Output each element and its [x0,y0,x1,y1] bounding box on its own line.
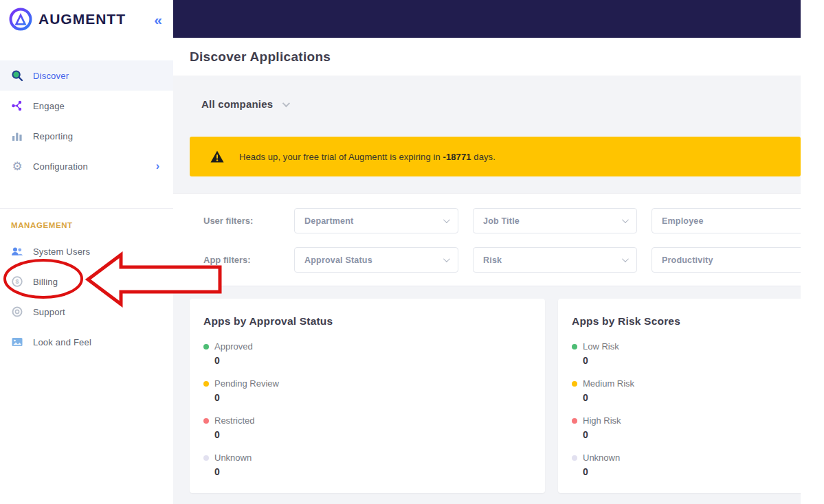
status-dot [203,344,209,350]
billing-icon: $ [11,275,23,288]
legend-label: Pending Review [214,378,279,389]
trial-warning-banner: Heads up, your free trial of Augmentt is… [190,137,801,176]
dropdown-placeholder: Employee [662,216,704,226]
sidebar-collapse-button[interactable]: « [150,11,166,28]
nav-label-discover: Discover [33,71,69,81]
risk-scores-card: Apps by Risk Scores Low Risk 0 Medium Ri… [558,299,801,493]
sidebar-item-system-users[interactable]: System Users [0,236,173,266]
sidebar-item-configuration[interactable]: ⚙ Configuration › [0,151,173,181]
nav-label-reporting: Reporting [33,131,73,141]
status-dot [572,455,577,461]
management-section-label: MANAGEMENT [0,221,173,229]
legend-item-unknown: Unknown 0 [572,453,801,477]
chevron-down-icon [443,216,450,223]
productivity-dropdown[interactable]: Productivity [652,247,801,273]
legend-label: Low Risk [583,341,619,352]
chevron-down-icon [622,255,629,262]
augmentt-logo-icon [8,7,33,32]
legend-item-low-risk: Low Risk 0 [572,341,801,366]
app-window: AUGMENTT « Discover [0,0,824,504]
legend-value: 0 [583,466,801,477]
status-dot [572,344,577,350]
chevron-down-icon [443,255,450,262]
legend-value: 0 [214,466,531,477]
sidebar-item-billing[interactable]: $ Billing [0,266,173,297]
legend-value: 0 [583,429,801,440]
legend-item-pending-review: Pending Review 0 [203,378,531,403]
company-selector[interactable]: All companies [201,98,288,110]
svg-text:$: $ [15,278,19,285]
legend-value: 0 [214,392,531,403]
sidebar-item-support[interactable]: Support [0,297,173,327]
user-filters-label: User filters: [203,208,253,233]
legend-value: 0 [214,355,531,366]
nav-label-configuration: Configuration [33,161,88,172]
nav-label-look-and-feel: Look and Feel [33,337,91,347]
legend-value: 0 [583,392,801,403]
nav-label-billing: Billing [33,277,58,287]
sidebar: AUGMENTT « Discover [0,0,173,504]
legend-label: Restricted [214,415,255,426]
nav-label-engage: Engage [33,101,65,111]
banner-days-value: -18771 [443,152,471,162]
sidebar-divider [0,208,173,209]
image-icon [11,336,23,348]
employee-dropdown[interactable]: Employee [652,208,801,233]
card-title: Apps by Risk Scores [572,315,801,328]
share-network-icon [11,100,23,112]
banner-text-prefix: Heads up, your free trial of Augmentt is… [239,152,443,162]
legend-item-restricted: Restricted 0 [203,415,531,440]
dropdown-placeholder: Productivity [662,255,713,265]
sidebar-item-look-and-feel[interactable]: Look and Feel [0,327,173,357]
sidebar-item-discover[interactable]: Discover [0,60,173,91]
banner-text-suffix: days. [471,152,495,162]
user-filters-row: User filters: Department Job Title Emplo… [173,208,801,233]
status-dot [203,381,209,387]
legend-item-medium-risk: Medium Risk 0 [572,378,801,403]
nav-label-system-users: System Users [33,247,90,257]
job-title-dropdown[interactable]: Job Title [473,208,637,233]
risk-dropdown[interactable]: Risk [473,247,637,273]
legend-value: 0 [214,429,531,440]
magnifier-icon [11,69,23,82]
dropdown-placeholder: Risk [483,255,502,265]
risk-scores-legend: Low Risk 0 Medium Risk 0 High Risk [572,341,801,477]
gear-icon: ⚙ [11,160,23,172]
page-title: Discover Applications [190,49,331,65]
legend-label: Approved [214,341,253,352]
card-title: Apps by Approval Status [203,315,531,328]
sidebar-item-engage[interactable]: Engage [0,91,173,121]
legend-value: 0 [583,355,801,366]
dropdown-placeholder: Department [304,216,353,226]
status-dot [203,455,209,461]
support-icon [11,306,23,318]
status-dot [203,418,209,424]
nav-label-support: Support [33,307,65,317]
warning-icon [210,150,224,163]
dropdown-placeholder: Approval Status [304,255,372,265]
legend-item-approved: Approved 0 [203,341,531,366]
page-header: Discover Applications [173,38,801,76]
app-filters-row: App filters: Approval Status Risk Produc… [173,247,801,273]
sidebar-nav: Discover Engage [0,60,173,181]
app-filters-label: App filters: [203,247,251,273]
legend-label: Unknown [214,453,252,463]
bar-chart-icon [11,130,23,142]
approval-status-dropdown[interactable]: Approval Status [294,247,458,273]
top-navbar [173,0,801,38]
approval-status-legend: Approved 0 Pending Review 0 Restricted [203,341,531,477]
sidebar-item-reporting[interactable]: Reporting [0,121,173,151]
chevron-down-icon [622,216,629,223]
brand-wordmark: AUGMENTT [38,11,126,27]
legend-item-unknown: Unknown 0 [203,453,531,477]
legend-label: Medium Risk [583,378,634,389]
chevron-right-icon[interactable]: › [156,160,159,172]
logo-row: AUGMENTT « [8,5,166,33]
management-nav: System Users $ Billing [0,236,173,357]
users-icon [11,245,23,257]
chevron-down-icon [282,99,290,106]
department-dropdown[interactable]: Department [294,208,458,233]
legend-item-high-risk: High Risk 0 [572,415,801,440]
dropdown-placeholder: Job Title [483,216,520,226]
status-dot [572,418,577,424]
